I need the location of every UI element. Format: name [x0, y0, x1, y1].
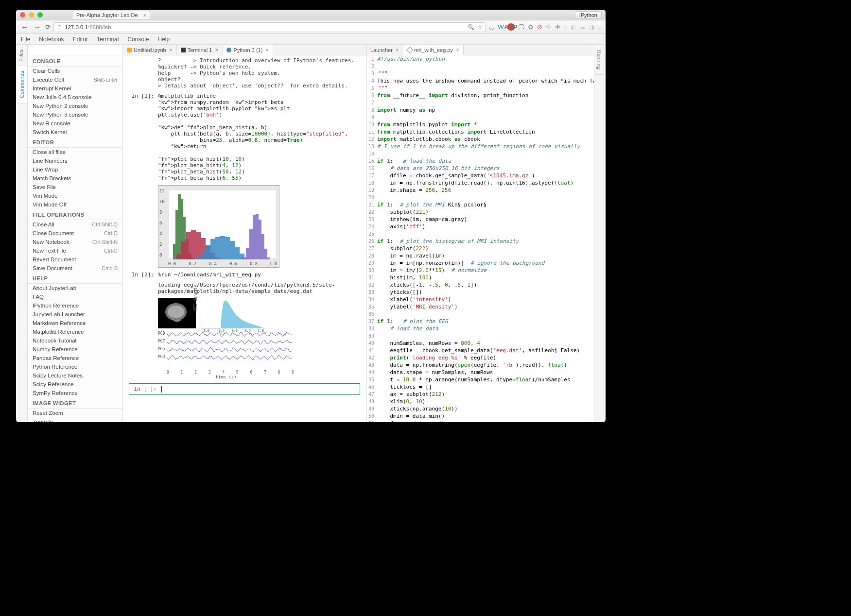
editor-line[interactable]: 20	[366, 194, 594, 201]
editor-line[interactable]: 28 im = np.ravel(im)	[366, 252, 594, 259]
ext-icon-7[interactable]: ☁	[579, 23, 586, 31]
editor-line[interactable]: 9	[366, 114, 594, 121]
editor-line[interactable]: 33 yticks([])	[366, 289, 594, 296]
editor-line[interactable]: 42 print('loading eeg %s' % eegfile)	[366, 354, 594, 361]
empty-cell[interactable]: In [ ]:	[129, 383, 360, 395]
editor-line[interactable]: 12import matplotlib.cbook as cbook	[366, 136, 594, 143]
editor-line[interactable]: 7	[366, 99, 594, 106]
editor-line[interactable]: 47 ax = subplot(212)	[366, 391, 594, 398]
tab-terminal-1[interactable]: Terminal 1×	[177, 45, 223, 55]
tab-untitled-ipynb[interactable]: Untitled.ipynb×	[123, 45, 177, 55]
hamburger-icon[interactable]: ≡	[598, 23, 602, 31]
cmd-vim-mode[interactable]: Vim Mode	[28, 191, 122, 200]
editor-line[interactable]: 51 dmax = data.max()	[366, 420, 594, 422]
command-search[interactable]	[28, 45, 122, 55]
browser-tab[interactable]: Pre-Alpha Jupyter Lab De ×	[72, 11, 150, 19]
cmd-line-numbers[interactable]: Line Numbers	[28, 156, 122, 165]
cmd-jupyterlab-launcher[interactable]: JupyterLab Launcher	[28, 310, 122, 319]
cmd-new-notebook[interactable]: New NotebookCtrl-Shift-N	[28, 238, 122, 246]
menu-terminal[interactable]: Terminal	[97, 36, 119, 43]
editor-line[interactable]: 21if 1: # plot the MRI Kin§ pcolor§	[366, 201, 594, 208]
cmd-reset-zoom[interactable]: Reset Zoom	[28, 409, 122, 417]
cmd-new-text-file[interactable]: New Text FileCtrl-O	[28, 246, 122, 255]
minimize-window-icon[interactable]	[29, 12, 34, 17]
cmd-faq[interactable]: FAQ	[28, 292, 122, 301]
menu-notebook[interactable]: Notebook	[39, 36, 64, 43]
close-tab-icon[interactable]: ×	[265, 47, 269, 53]
editor-line[interactable]: 38 # load the data	[366, 325, 594, 332]
editor-line[interactable]: 46 ticklocs = []	[366, 383, 594, 391]
in1-code[interactable]: %matplotlib inline"kw">from numpy.random…	[158, 93, 360, 181]
editor-line[interactable]: 4This now uses the imshow command instea…	[366, 77, 594, 85]
editor-line[interactable]: 18 im = np.fromstring(dfile.read(), np.u…	[366, 179, 594, 187]
ext-icon-1[interactable]: 🖵	[518, 23, 524, 31]
search-icon[interactable]: 🔍	[468, 24, 474, 31]
editor-line[interactable]: 34 xlabel('intensity')	[366, 296, 594, 303]
editor-line[interactable]: 6from __future__ import division, print_…	[366, 92, 594, 99]
cmd-close-all[interactable]: Close AllCtrl-Shift-Q	[28, 220, 122, 229]
tab-mri-with-eeg.py[interactable]: mri_with_eeg.py×	[403, 45, 464, 55]
menu-help[interactable]: Help	[157, 36, 170, 43]
editor-line[interactable]: 22 subplot(221)	[366, 208, 594, 216]
editor-line[interactable]: 3"""	[366, 70, 594, 77]
cmd-close-document[interactable]: Close DocumentCtrl-Q	[28, 229, 122, 238]
pocket-icon[interactable]: ◡	[489, 23, 494, 31]
cmd-line-wrap[interactable]: Line Wrap	[28, 165, 122, 174]
close-tab-icon[interactable]: ×	[143, 12, 147, 19]
menu-console[interactable]: Console	[127, 36, 149, 43]
cmd-scipy-lecture-notes[interactable]: Scipy Lecture Notes	[28, 371, 122, 380]
editor-line[interactable]: 10from matplotlib.pyplot import *	[366, 121, 594, 128]
tab-python-3-1-[interactable]: Python 3 (1)×	[223, 45, 273, 55]
editor-line[interactable]: 11from matplotlib.collections import Lin…	[366, 128, 594, 136]
cmd-sympy-reference[interactable]: SymPy Reference	[28, 389, 122, 397]
editor-line[interactable]: 19 im.shape = 256, 256	[366, 187, 594, 194]
cmd-match-brackets[interactable]: Match Brackets	[28, 174, 122, 183]
menu-editor[interactable]: Editor	[73, 36, 88, 43]
adblock-icon[interactable]: ABP	[507, 23, 515, 31]
close-tab-icon[interactable]: ×	[169, 47, 173, 53]
editor-line[interactable]: 31 hist(im, 100)	[366, 274, 594, 281]
editor-line[interactable]: 36	[366, 310, 594, 318]
editor-line[interactable]: 49 xticks(np.arange(10))	[366, 405, 594, 412]
editor-line[interactable]: 8import numpy as np	[366, 106, 594, 114]
editor-line[interactable]: 45 t = 10.0 * np.arange(numSamples, dtyp…	[366, 376, 594, 383]
editor-line[interactable]: 37if 1: # plot the EEG	[366, 318, 594, 325]
editor-line[interactable]: 15if 1: # load the data	[366, 157, 594, 165]
cmd-pandas-reference[interactable]: Pandas Reference	[28, 354, 122, 362]
address-bar[interactable]: 🗋 127.0.0.1:8888/lab 🔍 ☆	[53, 22, 486, 32]
star-icon[interactable]: ☆	[477, 24, 483, 31]
editor-line[interactable]: 44 data.shape = numSamples, numRows	[366, 369, 594, 376]
editor-line[interactable]: 50 dmin = data.min()	[366, 412, 594, 420]
editor-line[interactable]: 29 im = im[np.nonzero(im)] # ignore the …	[366, 259, 594, 267]
editor-line[interactable]: 43 data = np.fromstring(open(eegfile, 'r…	[366, 361, 594, 369]
cmd-scipy-reference[interactable]: Scipy Reference	[28, 380, 122, 389]
cmd-markdown-reference[interactable]: Markdown Reference	[28, 319, 122, 327]
cmd-new-python-2-console[interactable]: New Python 2 console	[28, 102, 122, 110]
ext-icon-4[interactable]: ✚	[555, 23, 560, 31]
cmd-save-file[interactable]: Save File	[28, 183, 122, 191]
cmd-vim-mode-off[interactable]: Vim Mode Off	[28, 200, 122, 209]
ext-icon-6[interactable]: ◐	[571, 23, 576, 31]
cmd-new-python-3-console[interactable]: New Python 3 console	[28, 110, 122, 119]
sidebar-tab-commands[interactable]: Commands	[16, 66, 27, 103]
editor-line[interactable]: 40 numSamples, numRows = 800, 4	[366, 340, 594, 347]
tab-launcher[interactable]: Launcher×	[366, 45, 403, 55]
close-tab-icon[interactable]: ×	[456, 47, 459, 53]
cmd-revert-document[interactable]: Revert Document	[28, 255, 122, 264]
cmd-numpy-reference[interactable]: Numpy Reference	[28, 345, 122, 354]
editor-line[interactable]: 32 xticks([-1, -.5, 0, .5, 1])	[366, 281, 594, 289]
cmd-save-document[interactable]: Save DocumentCmd-S	[28, 264, 122, 273]
close-tab-icon[interactable]: ×	[396, 47, 399, 53]
editor-line[interactable]: 5"""	[366, 85, 594, 92]
editor-line[interactable]: 26if 1: # plot the histogram of MRI inte…	[366, 238, 594, 245]
editor-line[interactable]: 39	[366, 332, 594, 340]
ext-icon-3[interactable]: ♲	[546, 23, 552, 31]
running-tab[interactable]: Running	[594, 45, 604, 75]
editor-line[interactable]: 35 ylabel('MRI density')	[366, 303, 594, 310]
in2-code[interactable]: %run ~/Downloads/mri_with_eeg.py	[158, 272, 360, 278]
editor-line[interactable]: 13# I use if 1 to break up the different…	[366, 143, 594, 150]
editor-line[interactable]: 30 im = im/(2.0**15) # normalize	[366, 267, 594, 274]
cmd-about-jupyterlab[interactable]: About JupyterLab	[28, 284, 122, 292]
editor-line[interactable]: 1#!/usr/bin/env python	[366, 55, 594, 63]
editor-line[interactable]: 17 dfile = cbook.get_sample_data('s1045.…	[366, 172, 594, 179]
